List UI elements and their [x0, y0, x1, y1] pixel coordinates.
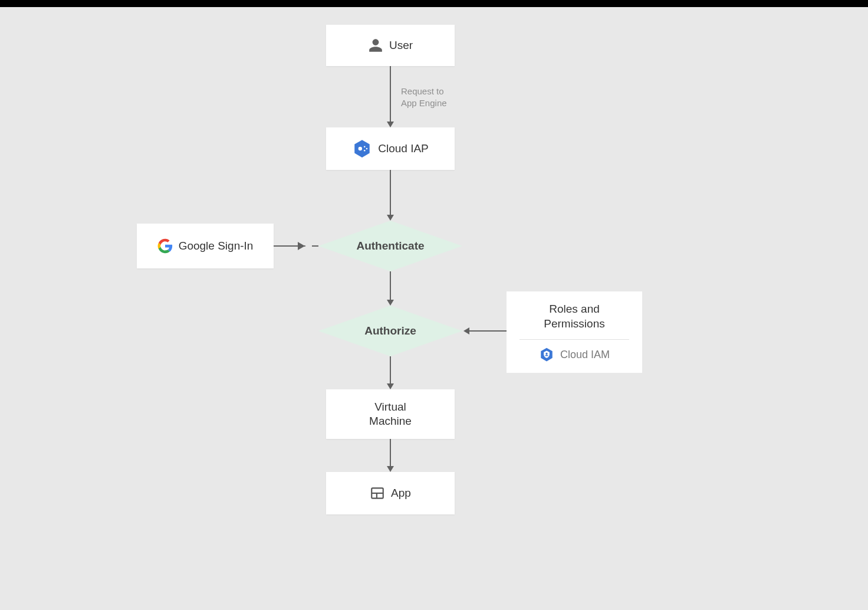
vm-label-l2: Machine: [369, 415, 412, 428]
google-signin-label: Google Sign-In: [179, 240, 254, 252]
cloud-iap-node: Cloud IAP: [326, 127, 455, 170]
app-icon: [370, 486, 385, 501]
arrow-head-roles-to-authorize: [463, 327, 469, 334]
arrow-iap-to-auth: [390, 170, 391, 216]
app-node: App: [326, 472, 455, 514]
svg-point-4: [366, 148, 368, 150]
arrow-user-to-iap: [390, 66, 391, 123]
authenticate-node: Authenticate: [318, 221, 462, 271]
svg-point-8: [545, 353, 547, 355]
arrow-vm-to-app: [390, 439, 391, 467]
google-icon: [157, 238, 173, 254]
arrow-head-user-to-iap: [387, 122, 394, 127]
notch-right: [305, 242, 312, 250]
svg-point-2: [364, 146, 366, 148]
roles-title-l1: Roles and: [520, 302, 629, 317]
authenticate-label: Authenticate: [318, 221, 462, 271]
iap-flow-diagram: User Request to App Engine Cloud IAP Aut…: [0, 0, 868, 610]
arrow-head-vm-to-app: [387, 466, 394, 472]
cloud-iap-icon: [352, 139, 372, 159]
authorize-label: Authorize: [318, 306, 462, 356]
app-label: App: [391, 487, 411, 500]
vm-label-l1: Virtual: [374, 401, 406, 414]
cloud-iam-label: Cloud IAM: [560, 349, 610, 361]
arrow-authorize-to-vm: [390, 356, 391, 385]
edge-label-l2: App Engine: [401, 97, 447, 109]
arrow-head-authorize-to-vm: [387, 383, 394, 389]
authorize-node: Authorize: [318, 306, 462, 356]
user-icon: [368, 38, 383, 53]
cloud-iam-icon: [539, 347, 554, 362]
user-node: User: [326, 25, 455, 66]
user-label: User: [389, 39, 413, 52]
edge-label-l1: Request to: [401, 86, 447, 97]
roles-separator: [520, 339, 629, 340]
vm-node: Virtual Machine: [326, 389, 455, 439]
roles-title-l2: Permissions: [520, 317, 629, 332]
arrow-roles-to-authorize: [469, 330, 507, 332]
google-signin-node: Google Sign-In: [137, 224, 274, 268]
edge-label-user-to-iap: Request to App Engine: [401, 86, 447, 110]
notch-left: [298, 242, 305, 250]
svg-point-3: [364, 150, 366, 152]
cloud-iap-label: Cloud IAP: [378, 142, 429, 155]
arrow-head-iap-to-auth: [387, 215, 394, 221]
svg-point-1: [359, 147, 362, 150]
arrow-head-auth-to-authorize: [387, 300, 394, 306]
arrow-auth-to-authorize: [390, 271, 391, 301]
roles-permissions-node: Roles and Permissions Cloud IAM: [507, 291, 642, 373]
